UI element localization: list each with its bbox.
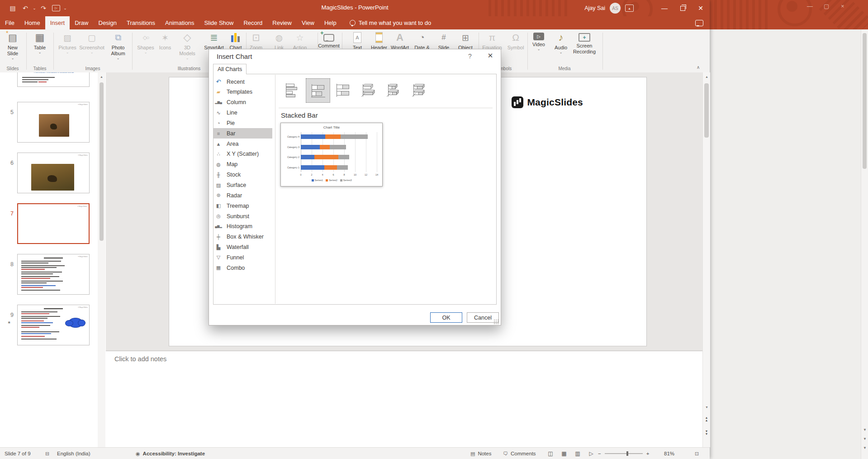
tab-animations[interactable]: Animations [160,16,199,29]
zoom-level[interactable]: 81% [664,448,674,459]
chart-type-funnel[interactable]: ▽Funnel [213,252,272,263]
chart-type-sunburst[interactable]: ◎Sunburst [213,211,272,221]
previous-slide-button[interactable]: ▲▲ [703,416,710,422]
new-slide-button[interactable]: NewSlide⌄ [2,31,24,60]
tab-draw[interactable]: Draw [70,16,93,29]
spellcheck-icon[interactable]: ⊟ [45,448,49,459]
chart-type-radar[interactable]: ⊛Radar [213,190,272,201]
background-scroll-end-icon[interactable]: ▼ [861,446,868,450]
subtype-clustered-bar-icon[interactable] [280,78,304,102]
reading-view-button[interactable]: ▥ [572,450,583,457]
table-button[interactable]: Table⌄ [29,31,51,54]
tab-all-charts[interactable]: All Charts [213,64,247,74]
notes-toggle[interactable]: ▤ Notes [470,448,491,459]
chart-type-x-y-scatter[interactable]: ∴X Y (Scatter) [213,149,272,159]
object-button[interactable]: Object [453,31,478,51]
notes-placeholder[interactable]: Click to add notes [114,355,166,363]
background-scroll-down-icon[interactable]: ▼ [861,428,868,432]
chart-type-bar[interactable]: ≡Bar [213,128,272,139]
tab-help[interactable]: Help [319,16,342,29]
fit-slide-to-window-button[interactable]: ⊡ [695,448,699,459]
normal-view-button[interactable]: ◫ [545,450,556,457]
dialog-close-button[interactable]: ✕ [484,52,497,60]
thumbnail-scrollbar[interactable]: ▲ [98,72,105,447]
chart-type-surface[interactable]: ▨Surface [213,180,272,191]
chart-button[interactable]: Chart [225,31,247,51]
tab-review[interactable]: Review [267,16,297,29]
thumbnail-slide-4[interactable]: MagicSlides Professional Presentations i… [17,72,90,87]
subtype-3d-clustered-bar-icon[interactable] [356,78,380,102]
dialog-resize-grip[interactable] [493,319,498,324]
slide-scrollbar-thumb[interactable] [704,83,709,138]
chart-type-templates[interactable]: ▰Templates [213,87,272,97]
thumbnail-slide-7[interactable]: MagicSlides [17,203,90,244]
tab-record[interactable]: Record [238,16,267,29]
symbol-button[interactable]: Symbol [503,31,528,51]
comments-toggle[interactable]: 🗨 Comments [503,448,536,459]
tab-insert[interactable]: Insert [45,16,70,29]
slide-indicator[interactable]: Slide 7 of 9 [5,448,31,459]
icons-button[interactable]: Icons [154,31,176,51]
slide-sorter-view-button[interactable]: ▦ [559,450,569,457]
ok-button[interactable]: OK [430,312,462,323]
tab-file[interactable]: File [0,16,19,29]
zoom-out-button[interactable]: − [598,451,601,456]
chart-type-pie[interactable]: ◔Pie [213,118,272,128]
slideshow-view-button[interactable]: ▷ [586,450,597,457]
chart-type-box-whisker[interactable]: ╪Box & Whisker [213,232,272,242]
slide-scrollbar[interactable]: ▲ ▼ ▲▲ ▼▼ [702,72,710,447]
background-scroll-page-icon[interactable]: ▼ [861,437,868,441]
thumbnail-slide-9[interactable]: MagicSlides [17,305,90,345]
zoom-in-button[interactable]: + [646,451,650,456]
subtype-100-stacked-bar-icon[interactable] [331,78,355,102]
video-button[interactable]: Video⌄ [528,31,550,51]
comments-bubble-icon[interactable] [695,20,703,26]
thumbnail-scrollbar-thumb[interactable] [100,82,104,241]
comment-button[interactable]: Comment [315,31,343,49]
chart-type-waterfall[interactable]: ▙Waterfall [213,242,272,253]
zoom-slider-knob[interactable] [626,451,628,456]
chart-type-combo[interactable]: ▦Combo [213,263,272,273]
thumbnail-slide-6[interactable]: MagicSlides [17,153,90,193]
zoom-slider[interactable] [605,453,643,454]
chart-type-line[interactable]: ∿Line [213,108,272,118]
dialog-help-button[interactable]: ? [465,53,475,60]
restore-button[interactable] [674,0,692,16]
tab-home[interactable]: Home [19,16,45,29]
thumbnail-slide-8[interactable]: MagicSlides [17,254,90,295]
chart-type-treemap[interactable]: ◧Treemap [213,201,272,211]
photo-album-button[interactable]: PhotoAlbum⌄ [104,31,133,60]
thumbnail-slide-5[interactable]: MagicSlides [17,102,90,143]
background-scrollbar[interactable]: ▼ ▼ ▼ [861,29,868,459]
next-slide-button[interactable]: ▼▼ [703,430,710,435]
tab-view[interactable]: View [297,16,319,29]
chart-type-map[interactable]: ◍Map [213,159,272,170]
subtype-3d-100-stacked-bar-icon[interactable] [407,78,431,102]
tell-me-box[interactable]: Tell me what you want to do [342,16,431,29]
subtype-3d-stacked-bar-icon[interactable] [382,78,405,102]
screen-recording-button[interactable]: ScreenRecording [569,31,600,55]
scroll-up-icon[interactable]: ▲ [703,75,711,78]
chart-preview-tile[interactable]: Chart Title Category 4Category 3Category… [280,123,383,186]
avatar[interactable]: AS [610,3,621,14]
minimize-button[interactable]: — [655,0,674,16]
accessibility-status[interactable]: ◉ Accessibility: Investigate [136,448,205,459]
ribbon-display-options-icon[interactable]: ▴ [625,5,634,12]
chart-type-column[interactable]: ▂▆▄Column [213,97,272,108]
background-scrollbar-thumb[interactable] [863,33,867,169]
notes-pane[interactable]: Click to add notes [106,350,702,448]
tab-design[interactable]: Design [94,16,122,29]
subtype-stacked-bar-icon-selected[interactable] [306,78,330,103]
chart-type-histogram[interactable]: ▄▆▂Histogram [213,221,272,232]
scroll-up-icon[interactable]: ▲ [98,75,105,78]
close-button[interactable]: ✕ [692,0,710,16]
scroll-down-icon[interactable]: ▼ [703,406,711,409]
action-button[interactable]: Action [287,31,313,51]
tab-transitions[interactable]: Transitions [122,16,160,29]
chart-type-recent[interactable]: ↶Recent [213,76,272,87]
chart-type-stock[interactable]: ╫Stock [213,170,272,180]
collapse-ribbon-icon[interactable]: ∧ [697,65,700,70]
tab-slide-show[interactable]: Slide Show [199,16,238,29]
chart-type-area[interactable]: ▲Area [213,139,272,149]
3d-models-button[interactable]: 3DModels⌄ [177,31,197,60]
